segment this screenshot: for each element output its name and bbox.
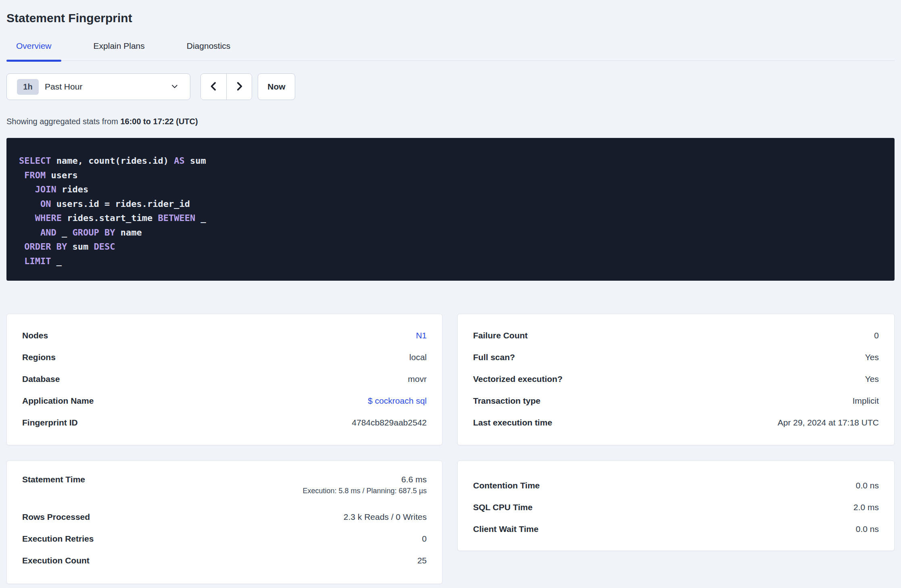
row-value: 2.3 k Reads / 0 Writes [344,512,427,522]
stat-row-rows-processed: Rows Processed 2.3 k Reads / 0 Writes [22,506,427,528]
stat-row-database: Database movr [22,368,427,390]
stat-row-application-name: Application Name $ cockroach sql [22,390,427,412]
row-value: 0.0 ns [856,524,879,534]
chevron-left-icon [209,81,219,93]
tab-explain-plans[interactable]: Explain Plans [84,41,154,60]
time-range-pager [200,73,252,100]
row-value: Yes [865,374,879,384]
row-value: Implicit [853,396,879,406]
row-label: Client Wait Time [473,524,538,534]
chevron-down-icon [171,82,179,92]
next-range-button[interactable] [226,74,252,100]
row-label: Execution Count [22,556,90,565]
application-name-link[interactable]: $ cockroach sql [368,396,427,406]
time-range-dropdown[interactable]: 1h Past Hour [6,73,190,100]
row-label: Contention Time [473,481,540,490]
nodes-link[interactable]: N1 [416,331,427,340]
time-range-label: Past Hour [45,82,171,92]
tab-diagnostics[interactable]: Diagnostics [177,41,240,60]
stat-row-contention-time: Contention Time 0.0 ns [473,475,879,496]
summary-cards: Nodes N1 Regions local Database movr App… [6,314,895,584]
tab-overview[interactable]: Overview [6,41,61,60]
statement-fingerprint-page: Statement Fingerprint Overview Explain P… [0,10,901,588]
row-label: Regions [22,352,56,362]
stat-row-regions: Regions local [22,346,427,368]
stat-row-failure-count: Failure Count 0 [473,325,879,346]
time-range-badge: 1h [17,79,39,95]
row-label: Nodes [22,331,48,340]
stat-row-client-wait-time: Client Wait Time 0.0 ns [473,518,879,540]
card-execution-attributes: Failure Count 0 Full scan? Yes Vectorize… [457,314,895,445]
stat-row-nodes: Nodes N1 [22,325,427,346]
row-label: Database [22,374,60,384]
row-label: Rows Processed [22,512,90,522]
row-label: Application Name [22,396,94,406]
card-statement-times: Statement Time 6.6 ms Execution: 5.8 ms … [6,461,442,584]
row-label: Last execution time [473,418,552,427]
row-label: Execution Retries [22,534,94,544]
stat-row-statement-time: Statement Time 6.6 ms Execution: 5.8 ms … [22,475,427,506]
row-label: Full scan? [473,352,515,362]
stat-row-sql-cpu-time: SQL CPU Time 2.0 ms [473,496,879,518]
stat-row-execution-retries: Execution Retries 0 [22,528,427,550]
row-value: 2.0 ms [853,503,879,512]
row-label: Vectorized execution? [473,374,563,384]
stat-row-execution-count: Execution Count 25 [22,550,427,571]
stat-row-transaction-type: Transaction type Implicit [473,390,879,412]
row-value: 4784cb829aab2542 [352,418,427,427]
time-toolbar: 1h Past Hour Now [6,73,895,100]
card-statement-metadata: Nodes N1 Regions local Database movr App… [6,314,442,445]
row-value-stack: 6.6 ms Execution: 5.8 ms / Planning: 687… [302,475,427,495]
row-value: local [409,352,427,362]
row-label: SQL CPU Time [473,503,532,512]
row-label: Failure Count [473,331,528,340]
stat-row-last-execution-time: Last execution time Apr 29, 2024 at 17:1… [473,412,879,434]
row-label: Fingerprint ID [22,418,78,427]
row-value: Yes [865,352,879,362]
aggregated-stats-caption: Showing aggregated stats from 16:00 to 1… [6,116,895,127]
row-value: 25 [417,556,427,565]
row-value: Apr 29, 2024 at 17:18 UTC [778,418,879,427]
chevron-right-icon [234,81,244,93]
row-value: 6.6 ms [401,475,427,484]
stat-row-vectorized-execution: Vectorized execution? Yes [473,368,879,390]
row-value: 0 [422,534,427,544]
stat-row-full-scan: Full scan? Yes [473,346,879,368]
stat-row-fingerprint-id: Fingerprint ID 4784cb829aab2542 [22,412,427,434]
row-value: movr [408,374,427,384]
card-wait-times: Contention Time 0.0 ns SQL CPU Time 2.0 … [457,461,895,551]
prev-range-button[interactable] [201,74,226,100]
row-label: Statement Time [22,475,85,484]
row-label: Transaction type [473,396,540,406]
caption-prefix: Showing aggregated stats from [6,117,120,126]
row-value: 0.0 ns [856,481,879,490]
row-value: 0 [874,331,879,340]
row-subvalue: Execution: 5.8 ms / Planning: 687.5 µs [302,487,427,495]
sql-statement-box: SELECT name, count(rides.id) AS sum FROM… [6,138,895,281]
caption-time-range: 16:00 to 17:22 (UTC) [120,117,198,126]
page-title: Statement Fingerprint [6,10,895,25]
tab-bar: Overview Explain Plans Diagnostics [6,41,895,61]
now-button[interactable]: Now [258,73,295,100]
